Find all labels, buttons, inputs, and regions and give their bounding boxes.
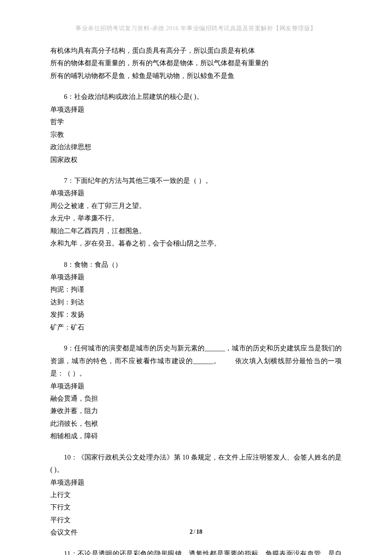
question-7: 7：下面纪年的方法与其他三项不一致的是（ ）。 单项选择题 周公之被逮，在丁卯三… bbox=[50, 174, 342, 250]
question-option: 下行文 bbox=[50, 501, 342, 513]
question-stem: 11：不论是透明的还是彩色的隐形眼镜，透氧性都是重要的指标。角膜表面没有血管，是… bbox=[50, 547, 342, 555]
preamble-line: 所有的物体都是有重量的，所有的气体都是物体，所以气体都是有重量的 bbox=[50, 57, 342, 69]
question-option: 国家政权 bbox=[50, 153, 342, 166]
question-option: 顺治二年乙酉四月，江都围急。 bbox=[50, 225, 342, 237]
question-8: 8：食物：食品（） 单项选择题 拘泥：拘谨 达到：到达 发挥：发扬 矿产：矿石 bbox=[50, 258, 342, 334]
question-type: 单项选择题 bbox=[50, 380, 342, 392]
question-9: 9：任何城市的演变都是城市的历史与新元素的______，城市的历史和历史建筑应当… bbox=[50, 342, 342, 442]
page: 事业单位招聘考试复习资料-承德 2016 年事业编招聘考试真题及答案解析【网友整… bbox=[0, 0, 392, 555]
question-type: 单项选择题 bbox=[50, 271, 342, 283]
question-stem: 6：社会政治结构或政治上层建筑的核心是( )。 bbox=[50, 90, 342, 103]
question-option: 拘泥：拘谨 bbox=[50, 283, 342, 295]
question-option: 永元中，举孝廉不行。 bbox=[50, 212, 342, 224]
question-stem: 10：《国家行政机关公文处理办法》第 10 条规定，在文件上应注明签发人、会签人… bbox=[50, 451, 342, 476]
question-option: 此消彼长，包袱 bbox=[50, 417, 342, 430]
page-number: 2/18 bbox=[0, 528, 392, 535]
page-header: 事业单位招聘考试复习资料-承德 2016 年事业编招聘考试真题及答案解析【网友整… bbox=[50, 25, 342, 32]
question-option: 永和九年，岁在癸丑。暮春之初，会于会稽山阴之兰亭。 bbox=[50, 237, 342, 249]
question-10: 10：《国家行政机关公文处理办法》第 10 条规定，在文件上应注明签发人、会签人… bbox=[50, 451, 342, 539]
question-option: 政治法律思想 bbox=[50, 141, 342, 153]
page-total: 18 bbox=[196, 528, 202, 535]
question-type: 单项选择题 bbox=[50, 103, 342, 116]
question-type: 单项选择题 bbox=[50, 187, 342, 199]
content: 有机体均具有高分子结构，蛋白质具有高分子，所以蛋白质是有机体 所有的物体都是有重… bbox=[50, 44, 342, 555]
question-option: 上行文 bbox=[50, 489, 342, 501]
question-option: 哲学 bbox=[50, 116, 342, 128]
question-stem: 9：任何城市的演变都是城市的历史与新元素的______，城市的历史和历史建筑应当… bbox=[50, 342, 342, 379]
question-option: 周公之被逮，在丁卯三月之望。 bbox=[50, 199, 342, 212]
question-type: 单项选择题 bbox=[50, 476, 342, 489]
question-option: 相辅相成，障碍 bbox=[50, 430, 342, 442]
question-stem: 8：食物：食品（） bbox=[50, 258, 342, 271]
preamble-line: 有机体均具有高分子结构，蛋白质具有高分子，所以蛋白质是有机体 bbox=[50, 44, 342, 57]
question-option: 平行文 bbox=[50, 514, 342, 526]
question-6: 6：社会政治结构或政治上层建筑的核心是( )。 单项选择题 哲学 宗教 政治法律… bbox=[50, 90, 342, 166]
question-option: 宗教 bbox=[50, 128, 342, 141]
question-option: 发挥：发扬 bbox=[50, 308, 342, 321]
question-option: 达到：到达 bbox=[50, 296, 342, 308]
question-option: 融会贯通，负担 bbox=[50, 392, 342, 405]
question-option: 兼收并蓄，阻力 bbox=[50, 405, 342, 417]
question-option: 矿产：矿石 bbox=[50, 321, 342, 333]
preamble-block: 有机体均具有高分子结构，蛋白质具有高分子，所以蛋白质是有机体 所有的物体都是有重… bbox=[50, 44, 342, 82]
preamble-line: 所有的哺乳动物都不是鱼，鲸鱼是哺乳动物，所以鲸鱼不是鱼 bbox=[50, 69, 342, 82]
question-11: 11：不论是透明的还是彩色的隐形眼镜，透氧性都是重要的指标。角膜表面没有血管，是… bbox=[50, 547, 342, 555]
question-stem: 7：下面纪年的方法与其他三项不一致的是（ ）。 bbox=[50, 174, 342, 187]
